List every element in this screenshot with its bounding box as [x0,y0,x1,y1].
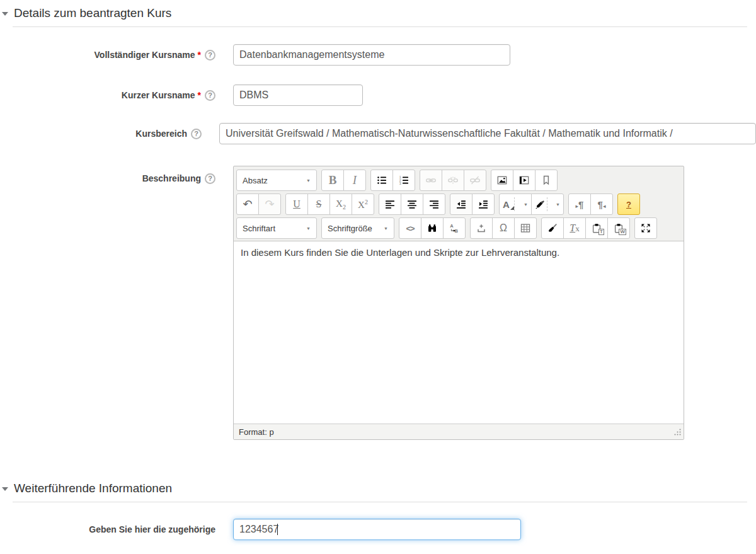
paragraph-format-value: Absatz [243,176,268,185]
text-color-icon: A [503,199,512,210]
chevron-down-icon: ▼ [306,226,311,231]
code-icon: <> [406,224,414,233]
link-icon [426,175,436,185]
subscript-icon: X2 [336,199,346,211]
shortname-input[interactable] [233,84,363,106]
align-left-icon [385,199,395,209]
bullet-list-button[interactable] [370,170,393,191]
insert-table-button[interactable] [514,217,537,239]
source-code-button[interactable]: <> [399,217,421,239]
help-icon[interactable]: ? [205,90,215,101]
numbered-list-button[interactable] [392,170,415,191]
form-row-idnumber: Geben Sie hier die zugehörige [0,519,756,540]
align-center-icon [407,199,417,209]
anchor-button[interactable] [535,170,558,191]
section-more-header[interactable]: Weiterführende Informationen [0,475,172,495]
superscript-icon: X2 [358,199,368,211]
indent-button[interactable] [472,193,495,215]
strikethrough-button[interactable]: S [307,193,330,215]
font-family-value: Schriftart [243,224,275,233]
section-details-header[interactable]: Details zum beantragten Kurs [0,0,171,20]
resize-grip-icon [673,428,682,436]
chevron-down-icon: ▼ [384,226,388,231]
binoculars-icon [427,223,437,233]
section-divider [13,26,747,27]
required-asterisk: * [198,50,201,60]
chevron-down-icon: ▼ [556,202,560,207]
shortname-label: Kurzer Kursname [122,90,195,100]
italic-button[interactable]: I [343,170,366,191]
summary-label: Beschreibung [142,173,201,183]
align-right-button[interactable] [423,193,445,215]
broom-icon [547,223,558,233]
paste-word-letter: W [619,229,626,235]
rich-text-editor: Absatz ▼ B I [233,166,684,440]
editor-status-bar: Format: p [234,424,684,439]
text-cursor [277,524,278,535]
align-left-button[interactable] [379,193,401,215]
bullet-list-icon [377,175,387,185]
paste-text-letter: T [598,229,604,235]
help-icon[interactable]: ? [191,129,202,139]
paste-as-text-button[interactable]: T [585,217,608,239]
numbered-list-icon [399,175,409,185]
section-details-title: Details zum beantragten Kurs [14,6,171,20]
outdent-icon [456,199,466,209]
align-right-icon [429,199,439,209]
editor-text: In diesem Kurs finden Sie die Unterlagen… [241,247,559,258]
superscript-button[interactable]: X2 [352,193,374,215]
paste-from-word-button[interactable]: W [607,217,630,239]
highlighter-icon [535,199,545,209]
cleanup-code-button[interactable] [541,217,564,239]
paragraph-format-select[interactable]: Absatz ▼ [236,170,317,191]
remove-format-button[interactable]: Tx [563,217,586,239]
underline-button[interactable]: U [285,193,308,215]
section-more-title: Weiterführende Informationen [14,482,172,495]
unlink-icon [448,175,458,185]
fullname-input[interactable] [233,44,510,66]
editor-content-area[interactable]: In diesem Kurs finden Sie die Unterlagen… [234,241,684,424]
idnumber-label: Geben Sie hier die zugehörige [89,524,215,534]
find-replace-button[interactable] [443,217,466,239]
search-button[interactable] [421,217,444,239]
unlink-button [442,170,464,191]
undo-icon: ↶ [243,197,252,211]
text-color-button[interactable]: A ▼ [499,193,532,215]
font-size-value: Schriftgröße [328,224,372,233]
help-icon[interactable]: ? [205,50,215,61]
insert-image-button[interactable] [491,170,513,191]
rtl-direction-button[interactable]: ¶◂ [590,193,613,215]
special-character-button[interactable]: Ω [492,217,515,239]
editor-resize-handle[interactable] [673,428,682,436]
fullscreen-icon [641,223,651,233]
nonbreaking-space-button[interactable] [470,217,493,239]
undo-button[interactable]: ↶ [236,193,259,215]
subscript-button[interactable]: X2 [329,193,352,215]
ltr-direction-button[interactable]: ▸¶ [568,193,591,215]
collapse-caret-icon [2,12,8,16]
accessibility-help-button[interactable]: ? [617,193,640,215]
table-icon [520,223,530,233]
fullname-label: Vollständiger Kursname [94,50,195,60]
background-color-button[interactable]: ▼ [531,193,564,215]
section-more-info: Weiterführende Informationen Geben Sie h… [0,475,756,540]
section-details: Details zum beantragten Kurs Vollständig… [0,0,756,440]
insert-media-button[interactable] [513,170,536,191]
font-family-select[interactable]: Schriftart ▼ [236,217,317,239]
bookmark-icon [541,175,551,185]
fullscreen-button[interactable] [634,217,657,239]
link-off-icon [470,175,480,185]
font-size-select[interactable]: Schriftgröße ▼ [321,217,394,239]
category-input[interactable] [219,123,756,144]
idnumber-input[interactable] [233,519,521,540]
redo-button: ↷ [258,193,281,215]
ltr-icon: ▸¶ [576,199,584,210]
remove-format-icon: Tx [570,222,579,234]
help-icon[interactable]: ? [205,173,215,184]
underline-icon: U [293,199,301,210]
align-center-button[interactable] [401,193,423,215]
category-label: Kursbereich [135,129,187,139]
bold-button[interactable]: B [321,170,344,191]
indent-icon [478,199,488,209]
form-row-summary: Beschreibung ? Absatz ▼ B [0,166,756,440]
